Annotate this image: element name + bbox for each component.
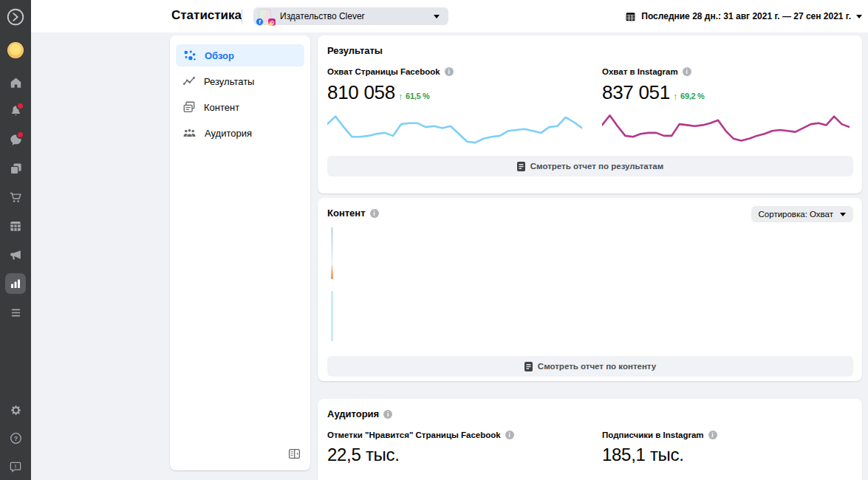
overview-icon	[182, 49, 197, 62]
metric-facebook-likes: Отметки "Нравится" Страницы Facebook 22,…	[327, 431, 602, 465]
metric-value: 837 051	[602, 81, 670, 104]
view-results-report-button[interactable]: Смотреть отчет по результатам	[327, 156, 853, 176]
feedback-icon[interactable]: !	[0, 453, 31, 480]
messages-badge	[16, 131, 24, 139]
sidebar-item-label: Обзор	[205, 50, 234, 61]
calendar-icon	[625, 11, 636, 22]
instagram-reach-sparkline	[602, 112, 850, 148]
home-icon[interactable]	[0, 69, 31, 97]
results-card-title: Результаты	[318, 35, 862, 56]
business-suite-logo-icon[interactable]	[0, 3, 31, 31]
insights-active-chip	[5, 273, 26, 294]
metric-value: 185,1 тыс.	[602, 445, 684, 465]
page-avatar[interactable]	[0, 36, 31, 64]
more-icon[interactable]	[0, 298, 31, 326]
sidebar-item-results[interactable]: Результаты	[176, 70, 304, 92]
insights-sidebar: Обзор Результаты Контент Аудитория	[170, 35, 310, 470]
sort-label: Сортировка: Охват	[759, 210, 833, 219]
facebook-reach-sparkline	[327, 112, 602, 148]
report-icon	[517, 162, 525, 171]
trend-up-icon	[398, 91, 403, 102]
messages-icon[interactable]	[0, 126, 31, 154]
page-title: Статистика	[171, 8, 242, 23]
collapse-panel-icon	[288, 448, 301, 460]
button-label: Смотреть отчет по контенту	[538, 362, 656, 371]
info-icon[interactable]	[445, 67, 454, 76]
svg-text:!: !	[15, 463, 17, 470]
meta-business-suite-insights: ? ! Статистика Издательство Clever После…	[0, 0, 868, 480]
metric-value: 22,5 тыс.	[327, 445, 400, 465]
commerce-icon[interactable]	[0, 183, 31, 211]
date-range-selector[interactable]: Последние 28 дн.: 31 авг 2021 г. — 27 се…	[625, 0, 862, 32]
notifications-icon[interactable]	[0, 97, 31, 125]
metric-value: 810 058	[327, 81, 395, 104]
info-icon[interactable]	[383, 410, 392, 419]
trend-up-icon	[673, 91, 677, 102]
app-rail: ? !	[0, 0, 31, 480]
content-card: Контент Сортировка: Охват Смотреть отчет…	[318, 198, 862, 381]
content-thumbnail-loading	[331, 227, 333, 279]
metric-instagram-followers: Подписчики в Instagram 185,1 тыс.	[602, 431, 850, 465]
notifications-badge	[16, 102, 24, 110]
collapse-sidebar-button[interactable]	[287, 447, 301, 460]
metric-label: Подписчики в Instagram	[602, 431, 704, 439]
settings-icon[interactable]	[0, 396, 31, 424]
metric-instagram-reach: Охват в Instagram 837 051 69,2 %	[602, 67, 850, 104]
account-name: Издательство Clever	[280, 11, 434, 21]
metric-label: Охват в Instagram	[602, 67, 678, 76]
content-thumbnail-loading	[331, 291, 333, 341]
view-content-report-button[interactable]: Смотреть отчет по контенту	[327, 356, 853, 377]
sidebar-item-label: Контент	[204, 102, 239, 113]
sidebar-item-content[interactable]: Контент	[176, 96, 304, 118]
sort-selector[interactable]: Сортировка: Охват	[751, 206, 853, 222]
info-icon[interactable]	[708, 431, 717, 439]
metric-delta: 61,5 %	[406, 92, 429, 100]
report-icon	[524, 362, 533, 371]
info-icon[interactable]	[370, 209, 379, 218]
sidebar-item-label: Аудитория	[205, 128, 252, 139]
account-selector[interactable]: Издательство Clever	[253, 7, 448, 25]
account-avatar	[257, 8, 273, 24]
audience-card-title: Аудитория	[318, 399, 862, 419]
metric-label: Охват Страницы Facebook	[327, 67, 440, 76]
posts-icon[interactable]	[0, 154, 31, 182]
title-divider	[242, 9, 242, 24]
top-bar: Статистика Издательство Clever Последние…	[31, 0, 868, 32]
info-icon[interactable]	[683, 67, 691, 76]
sidebar-item-audience[interactable]: Аудитория	[176, 122, 304, 144]
audience-icon	[182, 126, 197, 140]
metric-delta: 69,2 %	[680, 92, 704, 100]
planner-icon[interactable]	[0, 212, 31, 240]
chevron-down-icon	[434, 15, 440, 18]
content-icon	[182, 100, 196, 114]
chevron-down-icon	[840, 213, 846, 216]
ads-icon[interactable]	[0, 241, 31, 269]
svg-text:?: ?	[13, 434, 17, 442]
audience-card: Аудитория Отметки "Нравится" Страницы Fa…	[318, 399, 862, 480]
insights-icon[interactable]	[0, 270, 31, 298]
info-icon[interactable]	[505, 431, 514, 439]
results-icon	[182, 75, 196, 88]
chevron-down-icon	[856, 15, 862, 18]
facebook-badge-icon	[256, 18, 264, 26]
metric-facebook-reach: Охват Страницы Facebook 810 058 61,5 %	[327, 67, 602, 104]
sidebar-item-overview[interactable]: Обзор	[176, 44, 304, 66]
date-range-label: Последние 28 дн.: 31 авг 2021 г. — 27 се…	[641, 11, 851, 21]
instagram-badge-icon	[268, 18, 276, 26]
sidebar-item-label: Результаты	[204, 76, 254, 87]
help-icon[interactable]: ?	[0, 424, 31, 452]
button-label: Смотреть отчет по результатам	[530, 162, 664, 171]
metric-label: Отметки "Нравится" Страницы Facebook	[327, 431, 501, 439]
results-card: Результаты Охват Страницы Facebook 810 0…	[318, 35, 862, 193]
